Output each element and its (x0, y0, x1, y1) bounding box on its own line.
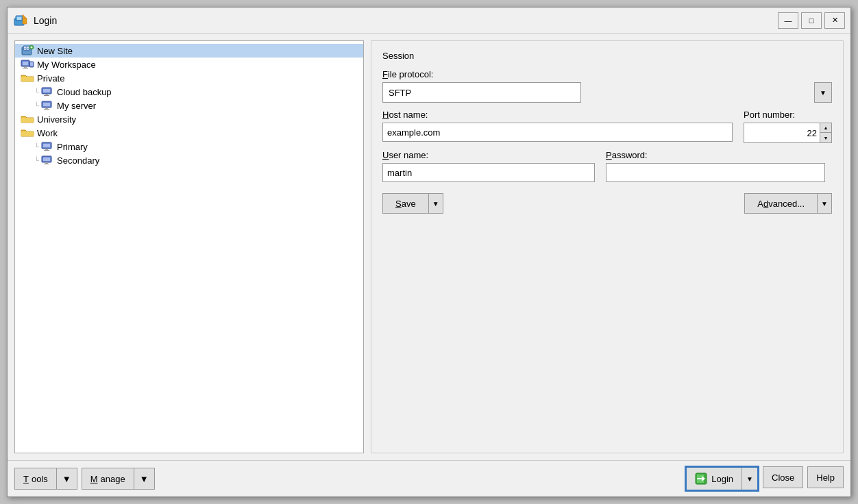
user-name-label: User name: (382, 150, 595, 160)
tree-item-my-server-label: My server (57, 101, 96, 111)
file-protocol-group: File protocol: SFTP FTP SCP WebDAV S3 ▼ (382, 69, 832, 103)
protocol-select-wrapper: SFTP FTP SCP WebDAV S3 ▼ (382, 82, 832, 103)
right-panel: Session File protocol: SFTP FTP SCP We (371, 40, 844, 453)
folder-private-icon (21, 73, 34, 84)
tree-item-private[interactable]: Private (15, 71, 363, 85)
close-button[interactable]: Close (763, 466, 803, 488)
advanced-split-button: Advanced... ▼ (744, 193, 832, 214)
password-label: Password: (606, 150, 832, 160)
svg-rect-23 (45, 94, 48, 95)
password-input[interactable] (606, 163, 825, 182)
tree-item-new-site-label: New Site (37, 46, 73, 56)
login-button[interactable]: Login (687, 468, 742, 490)
protocol-select[interactable]: SFTP FTP SCP WebDAV S3 (382, 82, 581, 103)
port-number-label: Port number: (744, 110, 832, 120)
minimize-button[interactable]: — (778, 12, 798, 29)
login-icon (695, 473, 707, 485)
close-window-button[interactable]: ✕ (824, 12, 845, 29)
svg-rect-19 (30, 62, 33, 66)
tree-connector-cloud: └ (34, 88, 39, 96)
tree-item-private-label: Private (37, 73, 64, 84)
svg-marker-3 (23, 14, 27, 18)
login-button-group: Login ▼ (685, 466, 759, 491)
svg-rect-36 (44, 164, 49, 164)
svg-rect-30 (43, 144, 50, 147)
password-group: Password: (606, 150, 832, 182)
svg-rect-7 (24, 47, 26, 48)
title-bar-left: Login (13, 13, 57, 28)
tree-item-new-site[interactable]: New Site (15, 44, 363, 58)
host-port-row: Host name: Port number: ▲ ▼ (382, 110, 832, 143)
login-dropdown-button[interactable]: ▼ (742, 468, 757, 490)
window-title: Login (34, 15, 57, 26)
maximize-button[interactable]: □ (801, 12, 822, 29)
manage-button[interactable]: Manage (82, 468, 134, 490)
host-name-label: Host name: (382, 110, 733, 120)
svg-rect-17 (23, 68, 28, 68)
tree-connector-server: └ (34, 102, 39, 110)
svg-rect-31 (45, 149, 48, 150)
file-protocol-label: File protocol: (382, 69, 832, 79)
bottom-left-buttons: Tools ▼ Manage ▼ (14, 468, 155, 490)
tree-item-university[interactable]: University (15, 112, 363, 126)
newsite-icon (21, 45, 34, 56)
tree-item-university-label: University (37, 114, 76, 125)
tree-connector-secondary: └ (34, 157, 39, 164)
manage-split-button: Manage ▼ (82, 468, 155, 490)
tools-button[interactable]: Tools (14, 468, 56, 490)
save-dropdown-button[interactable]: ▼ (428, 193, 443, 214)
port-spinners: ▲ ▼ (820, 123, 831, 142)
port-input-wrapper: ▲ ▼ (744, 123, 832, 143)
help-button[interactable]: Help (807, 466, 844, 488)
svg-point-20 (31, 66, 32, 67)
tree-item-primary-label: Primary (57, 142, 88, 152)
user-pass-row: User name: Password: (382, 150, 832, 182)
svg-rect-40 (697, 478, 702, 479)
save-button[interactable]: Save (382, 193, 428, 214)
folder-work-icon (21, 127, 34, 138)
tree-item-my-workspace[interactable]: My Workspace (15, 58, 363, 71)
session-group: Session File protocol: SFTP FTP SCP We (371, 40, 844, 453)
svg-rect-16 (24, 66, 27, 68)
session-title: Session (382, 51, 832, 61)
login-window: Login — □ ✕ (7, 7, 851, 497)
tree-item-cloud-backup[interactable]: └ Cloud backup (15, 85, 363, 99)
title-buttons: — □ ✕ (778, 12, 845, 29)
workspace-icon (21, 59, 34, 70)
svg-rect-2 (17, 17, 21, 20)
port-number-input[interactable] (744, 123, 820, 142)
site-tree[interactable]: New Site M (14, 40, 364, 453)
svg-rect-35 (45, 162, 48, 164)
tree-item-secondary[interactable]: └ Secondary (15, 153, 363, 167)
tree-item-work-label: Work (37, 128, 58, 138)
tree-item-my-server[interactable]: └ My server (15, 99, 363, 112)
protocol-select-arrow: ▼ (814, 82, 832, 103)
tree-connector-primary: └ (34, 143, 39, 151)
tools-dropdown-button[interactable]: ▼ (56, 468, 77, 490)
user-name-group: User name: (382, 150, 595, 182)
svg-rect-34 (43, 158, 50, 161)
port-number-group: Port number: ▲ ▼ (744, 110, 832, 143)
bottom-bar: Tools ▼ Manage ▼ (8, 460, 850, 496)
advanced-dropdown-button[interactable]: ▼ (817, 193, 832, 214)
manage-dropdown-button[interactable]: ▼ (134, 468, 155, 490)
port-increment-button[interactable]: ▲ (820, 123, 831, 133)
tree-item-secondary-label: Secondary (57, 155, 99, 166)
host-name-input[interactable] (382, 123, 733, 142)
advanced-button[interactable]: Advanced... (744, 193, 817, 214)
left-panel: New Site M (14, 40, 364, 453)
computer-secondary-icon (40, 155, 54, 166)
tree-item-cloud-backup-label: Cloud backup (57, 87, 112, 97)
tree-item-primary[interactable]: └ Primary (15, 140, 363, 153)
login-button-label: Login (711, 474, 733, 484)
port-decrement-button[interactable]: ▼ (820, 133, 831, 142)
file-protocol-row: File protocol: SFTP FTP SCP WebDAV S3 ▼ (382, 69, 832, 103)
svg-rect-32 (44, 150, 49, 151)
folder-university-icon (21, 114, 34, 125)
svg-rect-15 (23, 62, 28, 65)
user-name-input[interactable] (382, 163, 595, 182)
content-area: New Site M (8, 34, 850, 460)
computer-primary-icon (40, 141, 54, 152)
computer-cloud-icon (40, 86, 54, 97)
tree-item-work[interactable]: Work (15, 126, 363, 140)
